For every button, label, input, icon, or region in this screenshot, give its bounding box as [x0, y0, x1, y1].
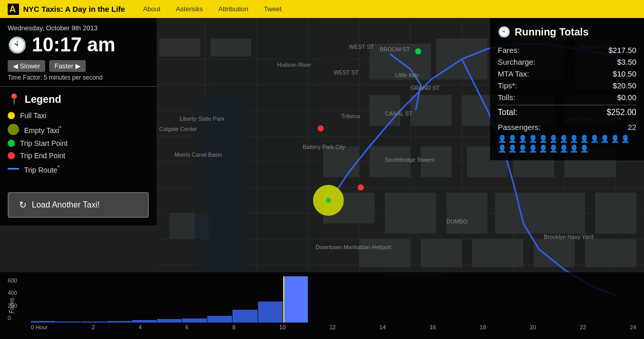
- clock-icon: 🕙: [8, 36, 27, 54]
- x-tick-2: 2: [91, 324, 94, 330]
- x-tick-12: 12: [329, 324, 336, 330]
- svg-point-57: [326, 198, 331, 203]
- faster-button[interactable]: Faster ▶: [49, 60, 85, 72]
- slower-button[interactable]: ◀ Slower: [8, 60, 45, 72]
- svg-text:WEST ST: WEST ST: [334, 69, 359, 76]
- tolls-row: Tolls: $0.00: [498, 91, 636, 103]
- trip-end-label: Trip End Point: [20, 152, 65, 160]
- date-label: Wednesday, October 9th 2013: [8, 24, 149, 32]
- legend-trip-route: Trip Route*: [8, 164, 149, 174]
- brand-title: NYC Taxis: A Day in the Life: [23, 5, 125, 13]
- bar-hour-6: [182, 318, 207, 323]
- svg-rect-49: [534, 239, 575, 267]
- svg-rect-25: [369, 44, 431, 80]
- svg-rect-48: [595, 193, 636, 234]
- svg-text:Battery Park City: Battery Park City: [303, 144, 345, 150]
- x-tick-10: 10: [279, 324, 285, 330]
- passenger-icon: 👤: [549, 135, 558, 143]
- svg-text:Downtown Manhattan Heliport: Downtown Manhattan Heliport: [316, 244, 391, 250]
- bar-hour-4: [132, 320, 157, 323]
- passenger-icon: 👤: [498, 144, 506, 153]
- svg-rect-40: [323, 193, 375, 223]
- svg-text:WEST ST: WEST ST: [349, 44, 374, 50]
- svg-text:BROOM ST: BROOM ST: [380, 46, 410, 52]
- x-tick-4: 4: [139, 324, 142, 330]
- trip-start-dot: [8, 140, 15, 147]
- x-axis: 0 Hour 2 4 6 8 10 12 14 16 18 20 22 24: [31, 323, 636, 330]
- load-taxi-button[interactable]: ↻ Load Another Taxi!: [8, 192, 149, 218]
- passengers-count: 22: [628, 123, 636, 131]
- legend-empty-taxi: Empty Taxi*: [8, 124, 149, 135]
- empty-taxi-label: Empty Taxi*: [24, 124, 62, 135]
- chart-panel: Fares 600 400 200 0 0 Hour 2 4 6 8 10 12…: [0, 272, 644, 339]
- tips-label: Tips*:: [498, 81, 517, 90]
- svg-rect-41: [385, 193, 436, 234]
- svg-rect-31: [369, 146, 411, 177]
- bar-hour-5: [157, 319, 182, 323]
- full-taxi-label: Full Taxi: [20, 111, 46, 120]
- passenger-icon: 👤: [508, 135, 517, 143]
- passenger-icon: 👤: [580, 144, 589, 153]
- x-tick-18: 18: [480, 324, 486, 330]
- svg-text:Hudson River: Hudson River: [277, 62, 311, 68]
- load-taxi-label: Load Another Taxi!: [32, 200, 100, 210]
- nav-asterisks[interactable]: Asterisks: [176, 5, 203, 13]
- passenger-icon: 👤: [611, 135, 619, 143]
- svg-rect-32: [421, 146, 452, 177]
- passenger-icon: 👤: [539, 144, 548, 153]
- passenger-icon: 👤: [559, 135, 568, 143]
- passenger-icon: 👤: [518, 135, 527, 143]
- svg-rect-51: [169, 213, 210, 239]
- svg-text:Southbridge Towers: Southbridge Towers: [385, 157, 435, 163]
- mta-tax-label: MTA Tax:: [498, 69, 529, 78]
- svg-rect-46: [472, 239, 523, 267]
- svg-rect-43: [495, 193, 547, 234]
- fares-value: $217.50: [609, 46, 636, 54]
- legend-panel: 📍 Legend Full Taxi Empty Taxi* Trip Star…: [0, 87, 157, 184]
- nav-links: About Asterisks Attribution Tweet: [143, 5, 282, 13]
- passenger-icon: 👤: [498, 135, 506, 143]
- empty-taxi-note: *: [59, 124, 62, 131]
- time-value: 10:17 am: [32, 34, 115, 56]
- nav-about[interactable]: About: [143, 5, 161, 13]
- svg-text:DUMBO: DUMBO: [446, 218, 467, 224]
- y-tick-0: 0: [8, 315, 17, 321]
- total-value: $252.00: [607, 108, 636, 117]
- svg-rect-42: [446, 193, 487, 234]
- svg-text:Brooklyn Navy Yard: Brooklyn Navy Yard: [544, 234, 593, 240]
- y-tick-200: 200: [8, 303, 17, 309]
- tips-row: Tips*: $20.50: [498, 80, 636, 91]
- clock-icon-totals: 🕙: [498, 26, 511, 38]
- bar-hour-2: [81, 322, 106, 323]
- nav-attribution[interactable]: Attribution: [218, 5, 248, 13]
- passenger-icon: 👤: [600, 135, 609, 143]
- surcharge-label: Surcharge:: [498, 58, 535, 66]
- tolls-label: Tolls:: [498, 93, 515, 102]
- totals-title: 🕙 Running Totals: [498, 26, 636, 38]
- svg-text:GRAND ST: GRAND ST: [411, 85, 440, 91]
- mta-tax-row: MTA Tax: $10.50: [498, 68, 636, 80]
- svg-text:Tribeca: Tribeca: [341, 113, 360, 119]
- totals-panel: 🕙 Running Totals Fares: $217.50 Surcharg…: [490, 18, 644, 160]
- tips-value: $20.50: [613, 81, 636, 90]
- empty-taxi-dot: [8, 124, 19, 135]
- trip-end-dot: [8, 152, 15, 159]
- trip-route-label: Trip Route*: [24, 164, 60, 174]
- legend-trip-start: Trip Start Point: [8, 139, 149, 147]
- nav-tweet[interactable]: Tweet: [264, 5, 282, 13]
- svg-rect-28: [411, 95, 452, 126]
- passenger-icon: 👤: [580, 135, 589, 143]
- passenger-icon: 👤: [539, 135, 548, 143]
- passengers-label: Passengers: 22: [498, 123, 636, 131]
- svg-rect-24: [210, 39, 251, 56]
- svg-text:Colgate Center: Colgate Center: [159, 126, 197, 132]
- svg-rect-26: [436, 39, 487, 80]
- legend-trip-end: Trip End Point: [8, 152, 149, 160]
- x-tick-22: 22: [580, 324, 586, 330]
- total-label: Total:: [498, 108, 517, 117]
- passenger-icon: 👤: [549, 144, 558, 153]
- surcharge-value: $3.50: [617, 58, 636, 66]
- svg-text:Little Italy: Little Italy: [395, 72, 419, 78]
- load-btn-panel: ↻ Load Another Taxi!: [0, 184, 157, 225]
- time-display: 🕙 10:17 am: [8, 34, 149, 56]
